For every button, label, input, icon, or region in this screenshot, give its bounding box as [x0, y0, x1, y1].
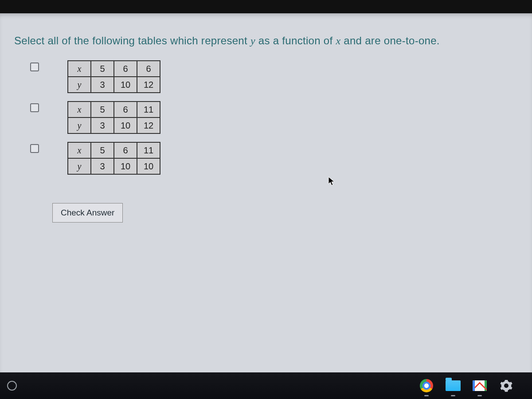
table-col: x 5 6 11 y 3 10 12	[54, 101, 160, 134]
option-1-checkbox[interactable]	[30, 63, 39, 71]
monitor-bezel-top	[0, 0, 532, 13]
table-row: y 3 10 12	[68, 77, 160, 93]
prompt-var-y: y	[250, 35, 255, 47]
cell: 5	[91, 61, 114, 77]
cell: 12	[137, 117, 160, 133]
checkbox-col	[14, 101, 54, 113]
taskbar-app-settings[interactable]	[498, 378, 514, 394]
folder-icon	[446, 380, 461, 391]
option-row-2: x 5 6 11 y 3 10 12	[14, 101, 518, 134]
taskbar-tray	[419, 378, 525, 394]
table-row: y 3 10 10	[68, 158, 160, 174]
cell: 10	[114, 158, 137, 174]
option-row-3: x 5 6 11 y 3 10 10	[14, 142, 518, 175]
option-1-table: x 5 6 6 y 3 10 12	[67, 60, 160, 93]
taskbar-app-chrome[interactable]	[419, 378, 434, 394]
row-label: x	[68, 142, 91, 158]
checkbox-col	[14, 142, 54, 154]
row-label: x	[68, 102, 91, 117]
table-col: x 5 6 11 y 3 10 10	[54, 142, 160, 175]
cell: 3	[91, 158, 114, 174]
table-row: x 5 6 11	[68, 102, 160, 117]
option-row-1: x 5 6 6 y 3 10 12	[14, 60, 518, 93]
app-running-indicator	[477, 395, 482, 396]
app-running-indicator	[451, 395, 455, 396]
cell: 3	[91, 117, 114, 133]
gmail-icon	[473, 380, 487, 391]
cortana-icon[interactable]	[7, 381, 17, 391]
row-label: x	[68, 61, 91, 77]
table-col: x 5 6 6 y 3 10 12	[54, 60, 160, 93]
option-3-checkbox[interactable]	[30, 144, 39, 153]
quiz-content-area: Select all of the following tables which…	[0, 13, 532, 372]
cell: 10	[137, 158, 160, 174]
cell: 11	[137, 102, 160, 117]
cell: 6	[137, 61, 160, 77]
check-answer-button[interactable]: Check Answer	[52, 203, 123, 223]
prompt-text-post: and are one-to-one.	[340, 35, 440, 47]
prompt-var-x: x	[336, 35, 340, 47]
prompt-text-pre: Select all of the following tables which…	[14, 35, 250, 47]
cell: 10	[114, 117, 137, 133]
taskbar-app-gmail[interactable]	[472, 378, 488, 394]
question-prompt: Select all of the following tables which…	[14, 34, 518, 48]
option-2-table: x 5 6 11 y 3 10 12	[67, 101, 160, 134]
chrome-icon	[420, 379, 433, 392]
option-3-table: x 5 6 11 y 3 10 10	[67, 142, 160, 175]
cell: 5	[91, 102, 114, 117]
row-label: y	[68, 77, 91, 93]
table-row: x 5 6 6	[68, 61, 160, 77]
cell: 6	[114, 61, 137, 77]
table-row: x 5 6 11	[68, 142, 160, 158]
taskbar-app-file-explorer[interactable]	[445, 378, 461, 394]
cell: 6	[114, 142, 137, 158]
cell: 5	[91, 142, 114, 158]
prompt-text-mid: as a function of	[255, 35, 336, 47]
gear-icon	[500, 379, 513, 392]
row-label: y	[68, 117, 91, 133]
app-running-indicator	[424, 395, 429, 396]
cell: 12	[137, 77, 160, 93]
cell: 3	[91, 77, 114, 93]
row-label: y	[68, 158, 91, 174]
windows-taskbar	[0, 372, 532, 399]
option-2-checkbox[interactable]	[30, 103, 39, 112]
cell: 6	[114, 102, 137, 117]
cell: 10	[114, 77, 137, 93]
cell: 11	[137, 142, 160, 158]
table-row: y 3 10 12	[68, 117, 160, 133]
checkbox-col	[14, 60, 54, 73]
